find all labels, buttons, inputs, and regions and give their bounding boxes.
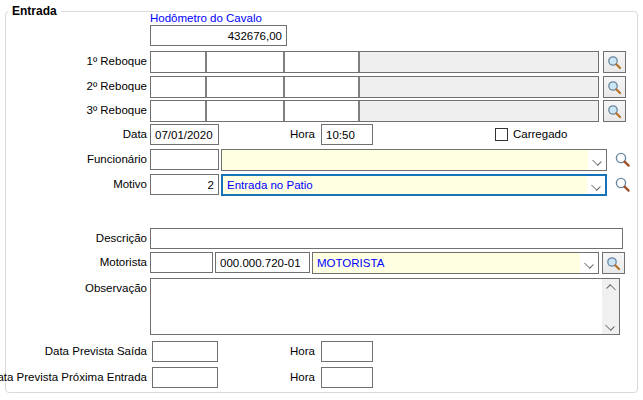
scroll-up-button[interactable] (602, 279, 619, 296)
motorista-search-button[interactable] (602, 252, 625, 274)
magnifier-icon (606, 256, 621, 271)
funcionario-search-icon[interactable] (612, 149, 633, 170)
data-prevista-saida-input[interactable] (152, 341, 218, 362)
hora-saida-label: Hora (290, 341, 315, 362)
reboque1-field3-input[interactable] (285, 52, 358, 72)
magnifier-icon (607, 55, 622, 70)
descricao-label: Descrição (96, 228, 147, 249)
groupbox-title: Entrada (8, 4, 61, 18)
observacao-value (155, 281, 599, 332)
reboque3-field3-input[interactable] (285, 101, 358, 121)
reboque2-composite (150, 76, 599, 98)
motivo-combo-value: Entrada no Patio (223, 179, 587, 191)
chevron-down-icon (593, 156, 602, 165)
data-label: Data (123, 124, 147, 145)
reboque2-code-input[interactable] (151, 77, 205, 97)
scroll-down-button[interactable] (602, 317, 619, 334)
reboque1-field2-input[interactable] (207, 52, 283, 72)
carregado-checkbox[interactable] (495, 128, 508, 141)
motorista-combo-value: MOTORISTA (313, 257, 580, 269)
observacao-textarea[interactable] (150, 278, 620, 335)
reboque3-desc-display (360, 101, 598, 121)
hora-saida-input[interactable] (321, 341, 373, 362)
funcionario-label: Funcionário (87, 149, 147, 170)
funcionario-combobox[interactable] (221, 149, 607, 171)
motorista-code-input[interactable] (150, 252, 213, 273)
reboque1-code-input[interactable] (151, 52, 205, 72)
data-prevista-proxima-entrada-label: Data Prevista Próxima Entrada (0, 367, 147, 388)
entrada-form-window: Entrada Hodômetro do Cavalo 1º Reboque 2… (0, 0, 643, 400)
motivo-search-icon[interactable] (612, 174, 633, 195)
reboque3-code-input[interactable] (151, 101, 205, 121)
hodometro-label: Hodômetro do Cavalo (150, 11, 262, 25)
reboque1-search-button[interactable] (603, 51, 626, 73)
hodometro-input[interactable] (150, 25, 287, 46)
chevron-down-icon (592, 181, 601, 190)
hora-label: Hora (290, 124, 315, 145)
data-prevista-saida-label: Data Prevista Saída (45, 341, 147, 362)
motivo-dropdown-button[interactable] (587, 176, 605, 194)
reboque1-desc-display (360, 52, 598, 72)
data-input[interactable] (150, 124, 219, 145)
observacao-scrollbar[interactable] (602, 279, 619, 334)
motorista-combobox[interactable]: MOTORISTA (312, 252, 599, 274)
motorista-label: Motorista (100, 252, 147, 273)
hora-input[interactable] (321, 124, 373, 145)
reboque3-composite (150, 100, 599, 122)
motorista-dropdown-button[interactable] (580, 253, 598, 273)
observacao-label: Observação (85, 278, 147, 299)
reboque3-field2-input[interactable] (207, 101, 283, 121)
reboque3-label: 3º Reboque (87, 100, 147, 121)
descricao-input[interactable] (150, 228, 623, 249)
reboque2-desc-display (360, 77, 598, 97)
reboque2-field2-input[interactable] (207, 77, 283, 97)
magnifier-icon (614, 151, 631, 168)
chevron-up-icon (606, 285, 615, 294)
data-prevista-proxima-entrada-input[interactable] (152, 367, 218, 388)
motivo-combobox[interactable]: Entrada no Patio (221, 174, 607, 196)
motorista-documento-input[interactable] (215, 252, 310, 273)
reboque1-composite (150, 51, 599, 73)
motivo-label: Motivo (113, 174, 147, 195)
reboque1-label: 1º Reboque (87, 51, 147, 72)
chevron-down-icon (606, 321, 615, 330)
reboque2-field3-input[interactable] (285, 77, 358, 97)
magnifier-icon (607, 104, 622, 119)
hora-proxima-entrada-input[interactable] (321, 367, 373, 388)
reboque3-search-button[interactable] (603, 100, 626, 122)
magnifier-icon (607, 80, 622, 95)
reboque2-label: 2º Reboque (87, 76, 147, 97)
magnifier-icon (614, 176, 631, 193)
motivo-code-input[interactable] (150, 174, 219, 195)
funcionario-dropdown-button[interactable] (588, 150, 606, 170)
carregado-label: Carregado (513, 124, 567, 145)
chevron-down-icon (585, 259, 594, 268)
funcionario-code-input[interactable] (150, 149, 219, 170)
reboque2-search-button[interactable] (603, 76, 626, 98)
hora-proxima-entrada-label: Hora (290, 367, 315, 388)
